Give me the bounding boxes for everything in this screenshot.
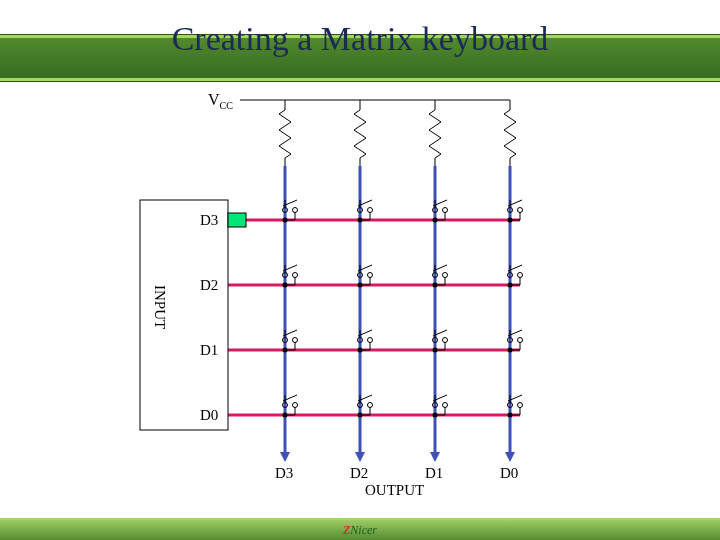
col-label-d0: D0: [500, 465, 518, 481]
row-d3-highlight: [228, 213, 246, 227]
svg-point-106: [368, 403, 373, 408]
svg-marker-5: [280, 452, 290, 462]
svg-point-120: [518, 403, 523, 408]
col-label-d2: D2: [350, 465, 368, 481]
svg-point-57: [443, 273, 448, 278]
svg-point-64: [518, 273, 523, 278]
svg-point-33: [433, 218, 438, 223]
svg-point-124: [508, 413, 513, 418]
svg-point-89: [433, 348, 438, 353]
svg-point-26: [358, 218, 363, 223]
output-label: OUTPUT: [365, 482, 424, 498]
footer-logo: ZNicer: [343, 523, 377, 538]
svg-point-29: [443, 208, 448, 213]
svg-point-96: [508, 348, 513, 353]
row-label-d1: D1: [200, 342, 218, 358]
column-lines: [280, 166, 515, 462]
svg-point-43: [293, 273, 298, 278]
svg-point-68: [508, 283, 513, 288]
svg-point-22: [368, 208, 373, 213]
row-label-d0: D0: [200, 407, 218, 423]
svg-point-75: [283, 348, 288, 353]
col-label-d1: D1: [425, 465, 443, 481]
svg-point-82: [358, 348, 363, 353]
svg-point-92: [518, 338, 523, 343]
pullup-resistors: [279, 100, 516, 166]
svg-point-47: [283, 283, 288, 288]
svg-point-36: [518, 208, 523, 213]
svg-point-110: [358, 413, 363, 418]
svg-marker-8: [505, 452, 515, 462]
svg-point-15: [293, 208, 298, 213]
row-label-d3: D3: [200, 212, 218, 228]
svg-point-113: [443, 403, 448, 408]
matrix-keyboard-diagram: VCC: [0, 0, 720, 540]
input-label: INPUT: [152, 285, 168, 329]
row-lines: [228, 220, 520, 415]
svg-point-103: [283, 413, 288, 418]
svg-point-71: [293, 338, 298, 343]
svg-marker-7: [430, 452, 440, 462]
svg-point-54: [358, 283, 363, 288]
svg-point-99: [293, 403, 298, 408]
row-label-d2: D2: [200, 277, 218, 293]
switch-grid: [283, 200, 523, 418]
col-label-d3: D3: [275, 465, 293, 481]
svg-marker-6: [355, 452, 365, 462]
svg-point-78: [368, 338, 373, 343]
svg-point-50: [368, 273, 373, 278]
svg-point-61: [433, 283, 438, 288]
svg-point-85: [443, 338, 448, 343]
svg-point-40: [508, 218, 513, 223]
svg-point-117: [433, 413, 438, 418]
svg-point-19: [283, 218, 288, 223]
vcc-label: VCC: [208, 91, 233, 111]
